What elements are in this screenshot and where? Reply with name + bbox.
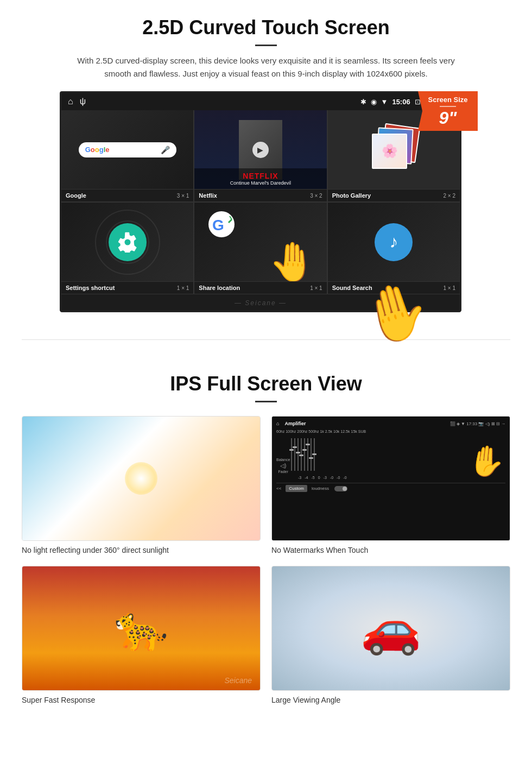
sound-bg: ♪ [328,203,460,281]
loudness-toggle[interactable] [334,486,347,491]
netflix-app-cell[interactable]: ▶ NETFLIX Continue Marvel's Daredevil Ne… [194,110,326,201]
cheetah-icon: 🐆 [114,603,168,654]
netflix-app-content: ▶ NETFLIX Continue Marvel's Daredevil [194,110,326,189]
screen-size-badge: Screen Size 9" [418,91,478,131]
share-location-cell[interactable]: G 🤚 Share location 1 × 1 [194,203,326,294]
music-note-icon: ♪ [389,232,398,252]
google-app-cell[interactable]: Google 🎤 Google 3 × 1 [61,110,193,201]
eq-slider-4 [301,438,302,471]
eq-slider-2 [294,438,295,471]
cheetah-image: 🐆 Seicane [22,566,261,691]
pointing-hand: 🤚 [269,239,316,281]
settings-label: Settings shortcut [66,285,115,291]
eq-bars-container: Balance ◁) Fader [276,436,505,480]
settings-bg [61,203,193,281]
eq-freq-labels: 60hz100hz200hz500hz1k2.5k10k12.5k15kSUB [276,430,505,433]
ips-section: IPS Full Screen View No light reflecting… [0,362,532,721]
status-bar: ⌂ ψ ✱ ◉ ▼ 15:06 ⊡ ◁) ⊠ ⊟ [61,93,460,110]
netflix-brand: NETFLIX [199,172,322,180]
cheetah-bg: 🐆 Seicane [22,566,260,690]
section2-title: IPS Full Screen View [22,373,510,395]
eq-labels-left: Balance ◁) Fader [276,458,290,474]
settings-cell[interactable]: Settings shortcut 1 × 1 [61,203,193,294]
gallery-label-row: Photo Gallery 2 × 2 [328,189,460,201]
device-wrapper: Screen Size 9" ⌂ ψ ✱ ◉ ▼ 15:06 ⊡ ◁) ⊠ [60,91,472,312]
sound-icon-circle: ♪ [375,223,413,261]
netflix-bg: ▶ NETFLIX Continue Marvel's Daredevil [194,110,326,189]
google-label: Google [66,192,86,199]
watermark-image: ⌂ Amplifier ⬛ ◈ ▼ 17:33 📷 ◁) ⊠ ⊟ → 60hz1… [271,416,510,541]
netflix-subtitle: Continue Marvel's Daredevil [199,180,322,186]
settings-size: 1 × 1 [177,285,189,291]
bluetooth-icon: ✱ [360,98,366,106]
maps-icon: G [208,211,235,238]
share-size: 1 × 1 [310,285,322,291]
google-bg: Google 🎤 [61,110,193,189]
sunlight-image [22,416,261,541]
eq-title: Amplifier [284,421,306,426]
netflix-overlay: NETFLIX Continue Marvel's Daredevil [194,168,326,189]
eq-slider-6 [307,438,308,471]
home-icon[interactable]: ⌂ [68,97,73,106]
svg-text:G: G [212,217,224,234]
eq-slider-8 [314,438,315,471]
google-app-content: Google 🎤 [61,110,193,189]
gallery-size: 2 × 2 [443,193,455,199]
screen-watermark: — Seicane — [235,299,287,307]
share-content: G 🤚 [194,203,326,281]
feature-cheetah: 🐆 Seicane Super Fast Response [22,566,261,705]
badge-value: 9" [423,109,472,127]
badge-divider [440,106,456,107]
section1-desc: With 2.5D curved-display screen, this de… [76,54,456,80]
title-divider [255,45,277,46]
sound-content: ♪ [328,203,460,281]
share-label-row: Share location 1 × 1 [194,281,326,294]
usb-icon: ψ [80,97,86,106]
photo-card-3: 🌸 [372,134,407,169]
camera-icon: ⊡ [415,98,421,106]
custom-btn[interactable]: Custom [286,485,307,492]
google-search-bar[interactable]: Google 🎤 [79,142,176,157]
seicane-watermark: Seicane [224,676,252,685]
netflix-size: 3 × 2 [310,193,322,199]
netflix-label: Netflix [199,192,217,199]
sunlight-bg [22,417,260,540]
eq-home-icon: ⌂ [276,421,279,426]
netflix-play-btn[interactable]: ▶ [252,142,269,158]
eq-slider-1 [291,438,292,471]
netflix-label-row: Netflix 3 × 2 [194,189,326,201]
gallery-label: Photo Gallery [332,192,371,199]
status-left: ⌂ ψ [68,97,86,106]
feature-grid: No light reflecting under 360° direct su… [22,416,510,705]
google-label-row: Google 3 × 1 [61,189,193,201]
feature-car: 🚗 Large Viewing Angle [271,566,510,705]
car-image: 🚗 [271,566,510,691]
touch-hand-icon: ✋ [466,442,506,481]
car-icon: 🚗 [360,600,421,657]
settings-circle-medium [106,220,149,264]
loudness-label: loudness [312,486,329,491]
feature-watermark: ⌂ Amplifier ⬛ ◈ ▼ 17:33 📷 ◁) ⊠ ⊟ → 60hz1… [271,416,510,555]
watermark-bg: ⌂ Amplifier ⬛ ◈ ▼ 17:33 📷 ◁) ⊠ ⊟ → 60hz1… [272,417,510,540]
eq-slider-5 [304,438,305,471]
section-divider-line [22,339,510,340]
eq-sliders [291,436,467,474]
sun-glow [125,462,157,495]
google-logo: Google [85,146,110,154]
location-icon: ◉ [371,98,377,106]
eq-screen: ⌂ Amplifier ⬛ ◈ ▼ 17:33 📷 ◁) ⊠ ⊟ → 60hz1… [272,417,510,540]
section1-title: 2.5D Curved Touch Screen [33,16,499,39]
eq-slider-3 [297,438,299,471]
flower-emoji: 🌸 [382,143,398,159]
settings-content [61,203,193,281]
section2-divider [255,401,277,402]
share-label: Share location [199,285,240,291]
eq-slider-7 [311,438,312,471]
signal-icon: ▼ [381,98,388,106]
sunlight-label: No light reflecting under 360° direct su… [22,546,169,554]
eq-bars: Balance ◁) Fader [276,436,505,474]
app-grid: Google 🎤 Google 3 × 1 [61,110,460,294]
curved-screen-section: 2.5D Curved Touch Screen With 2.5D curve… [0,0,532,323]
settings-bg-circles [61,203,193,281]
mic-icon: 🎤 [161,146,170,154]
